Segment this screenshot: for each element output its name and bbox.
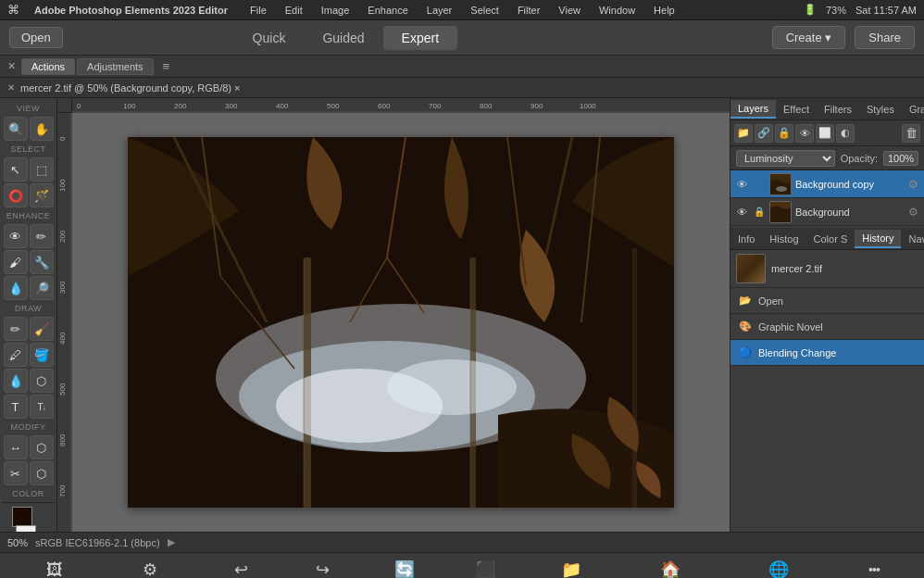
document-title[interactable]: mercer 2.tif @ 50% (Background copy, RGB… [20, 82, 240, 94]
blur-tool[interactable]: 💧 [4, 276, 28, 300]
crop-tool[interactable]: ↔ [4, 435, 28, 459]
modify-tools-row2: ✂ ⬡ [2, 461, 55, 485]
background-color-swatch[interactable] [16, 525, 36, 532]
adjustment-layer-icon[interactable]: ◐ [836, 124, 855, 143]
left-tools-panel: VIEW 🔍 ✋ SELECT ↖ ⬚ ⭕ 🪄 ENHANCE 👁 ✏ 🖌 🔧 … [0, 98, 57, 532]
recompose-tool[interactable]: ⬡ [30, 435, 54, 459]
organizer-button[interactable]: 📁 Organizer [543, 556, 599, 578]
history-panel: mercer 2.tif 📂 Open 🎨 Graphic Novel 🔵 Bl… [730, 250, 924, 532]
menu-help[interactable]: Help [650, 5, 679, 16]
smart-brush-tool[interactable]: 🔧 [30, 250, 54, 274]
layer-eye-icon[interactable]: 👁 [734, 205, 749, 220]
tool-options-button[interactable]: ⚙ Tool Options [117, 556, 183, 578]
tab-styles[interactable]: Styles [859, 101, 902, 118]
home-screen-button[interactable]: 🏠 Home Screen [634, 556, 705, 578]
open-button[interactable]: Open [9, 27, 63, 48]
elements-web-button[interactable]: 🌐 Elements Web [741, 556, 816, 578]
magic-wand-tool[interactable]: 🪄 [30, 183, 54, 207]
tab-expert[interactable]: Expert [383, 26, 457, 50]
tab-graphic[interactable]: Graphic [902, 101, 924, 118]
menu-filter[interactable]: Filter [514, 5, 543, 16]
tab-info[interactable]: Info [730, 231, 762, 247]
actions-menu-icon[interactable]: ≡ [159, 59, 174, 73]
create-button[interactable]: Create ▾ [772, 26, 846, 49]
delete-layer-icon[interactable]: 🗑 [902, 124, 920, 143]
gradient-tool[interactable]: 💧 [4, 369, 28, 393]
layout-button[interactable]: ⬛ Layout [462, 556, 508, 578]
layer-eye-icon[interactable]: 👁 [734, 177, 749, 192]
move-tool[interactable]: ↖ [4, 157, 28, 182]
menu-file[interactable]: File [246, 5, 270, 16]
pencil-tool[interactable]: 🖊 [4, 343, 28, 367]
tab-quick[interactable]: Quick [234, 26, 305, 50]
rotate-icon: 🔄 [394, 559, 415, 578]
clone-tool[interactable]: 🖌 [4, 250, 28, 274]
spot-heal-tool[interactable]: ✏ [30, 224, 54, 248]
menu-view[interactable]: View [555, 5, 584, 16]
zoom-tool[interactable]: 🔍 [4, 117, 28, 141]
foreground-color-swatch[interactable] [12, 507, 32, 527]
new-layer-group-icon[interactable]: 📁 [734, 124, 753, 143]
svg-text:200: 200 [174, 102, 187, 110]
menu-window[interactable]: Window [595, 5, 639, 16]
layers-list: 👁 Background copy ⚙ 👁 🔒 [730, 170, 924, 226]
tab-color-swatches[interactable]: Color S [806, 231, 855, 247]
red-eye-tool[interactable]: 👁 [4, 224, 28, 248]
paint-bucket-tool[interactable]: 🪣 [30, 343, 54, 367]
menu-layer[interactable]: Layer [423, 5, 456, 16]
menu-enhance[interactable]: Enhance [364, 5, 411, 16]
tab-layers[interactable]: Layers [730, 100, 776, 119]
history-filename: mercer 2.tif [771, 263, 822, 274]
actions-tab[interactable]: Actions [21, 58, 75, 75]
undo-button[interactable]: ↩ Undo [219, 556, 265, 578]
close-panel-icon[interactable]: ✕ [4, 60, 19, 72]
tab-histogram[interactable]: Histog [762, 231, 805, 247]
lock-icon[interactable]: 🔒 [775, 124, 793, 143]
layer-item-background-copy[interactable]: 👁 Background copy ⚙ [730, 170, 924, 198]
opacity-input[interactable]: 100% [883, 151, 918, 166]
history-item-open[interactable]: 📂 Open [730, 288, 924, 314]
tab-guided[interactable]: Guided [304, 26, 382, 50]
lasso-tool[interactable]: ⭕ [4, 183, 28, 207]
color-profile-more-icon[interactable]: ▶ [168, 536, 175, 548]
hand-tool[interactable]: ✋ [30, 117, 54, 141]
shapes-tool[interactable]: ⬡ [30, 369, 54, 393]
tab-history[interactable]: History [855, 230, 901, 248]
straighten-tool[interactable]: ⬡ [30, 461, 54, 485]
redo-button[interactable]: ↪ Redo [300, 556, 346, 578]
color-section-label: COLOR [2, 487, 55, 500]
canvas-viewport[interactable] [72, 113, 730, 532]
text-tool2[interactable]: Tᵢ [30, 395, 54, 419]
link-layers-icon[interactable]: 🔗 [755, 124, 773, 143]
menu-select[interactable]: Select [467, 5, 503, 16]
layer-options-icon[interactable]: ⚙ [905, 205, 920, 220]
layer-mask-icon[interactable]: ⬜ [816, 124, 834, 143]
tab-navigator[interactable]: Naviga [901, 231, 924, 247]
more-button[interactable]: ••• More [851, 559, 897, 578]
share-button[interactable]: Share [855, 26, 915, 49]
history-item-graphic-novel[interactable]: 🎨 Graphic Novel [730, 314, 924, 340]
menu-edit[interactable]: Edit [281, 5, 306, 16]
tab-effect[interactable]: Effect [776, 101, 817, 118]
sponge-tool[interactable]: 🔎 [30, 276, 54, 300]
liquify-tool[interactable]: ✂ [4, 461, 28, 485]
eraser-tool[interactable]: 🧹 [30, 317, 54, 341]
tab-filters[interactable]: Filters [817, 101, 859, 118]
draw-tools-row4: T Tᵢ [2, 395, 55, 419]
svg-text:500: 500 [58, 383, 67, 396]
layer-visibility-icon[interactable]: 👁 [795, 124, 814, 143]
menu-image[interactable]: Image [318, 5, 354, 16]
marquee-tool[interactable]: ⬚ [30, 157, 54, 182]
layer-options-icon[interactable]: ⚙ [905, 177, 920, 192]
layer-item-background[interactable]: 👁 🔒 Background ⚙ [730, 198, 924, 226]
history-item-blending-change[interactable]: 🔵 Blending Change [730, 340, 924, 366]
rotate-button[interactable]: 🔄 Rotate [381, 556, 428, 578]
adjustments-tab[interactable]: Adjustments [77, 58, 154, 75]
doc-close-icon[interactable]: ✕ [7, 82, 15, 93]
text-tool[interactable]: T [4, 395, 28, 419]
photo-bin-button[interactable]: 🖼 Photo Bin [27, 557, 81, 579]
svg-text:100: 100 [58, 179, 67, 192]
bottom-toolbar: 🖼 Photo Bin ⚙ Tool Options ↩ Undo ↪ Redo… [0, 552, 924, 578]
blend-mode-select[interactable]: Luminosity Normal Multiply Screen [736, 150, 835, 167]
brush-tool[interactable]: ✏ [4, 317, 28, 341]
